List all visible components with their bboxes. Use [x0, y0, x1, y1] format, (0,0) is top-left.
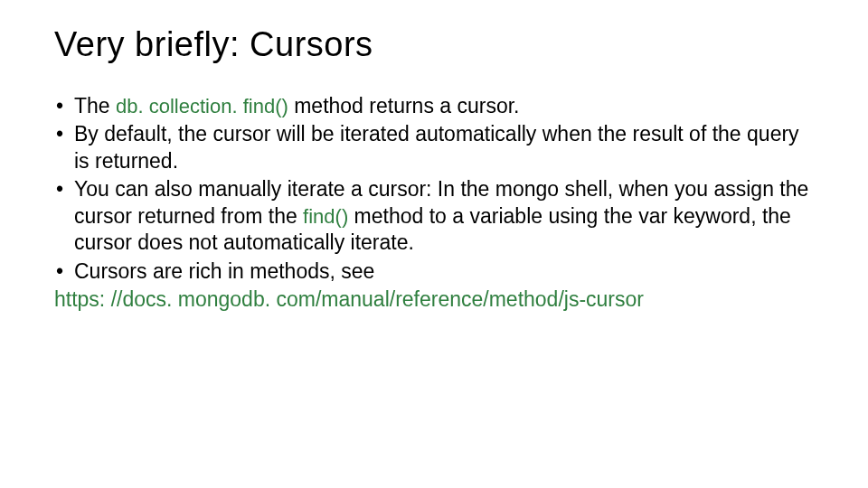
bullet-list: The db. collection. find() method return…	[54, 93, 814, 285]
bullet-text: The	[74, 94, 116, 117]
bullet-item: Cursors are rich in methods, see	[54, 258, 814, 285]
slide: Very briefly: Cursors The db. collection…	[0, 0, 868, 314]
bullet-text: By default, the cursor will be iterated …	[74, 122, 799, 172]
bullet-item: By default, the cursor will be iterated …	[54, 121, 814, 174]
code-snippet: db. collection. find()	[116, 95, 288, 117]
slide-title: Very briefly: Cursors	[54, 25, 814, 64]
bullet-text: method returns a cursor.	[288, 94, 520, 117]
bullet-item: The db. collection. find() method return…	[54, 93, 814, 119]
code-snippet: find()	[303, 205, 348, 228]
reference-link[interactable]: https: //docs. mongodb. com/manual/refer…	[54, 286, 814, 313]
bullet-item: You can also manually iterate a cursor: …	[54, 176, 814, 256]
bullet-text: Cursors are rich in methods, see	[74, 259, 374, 283]
